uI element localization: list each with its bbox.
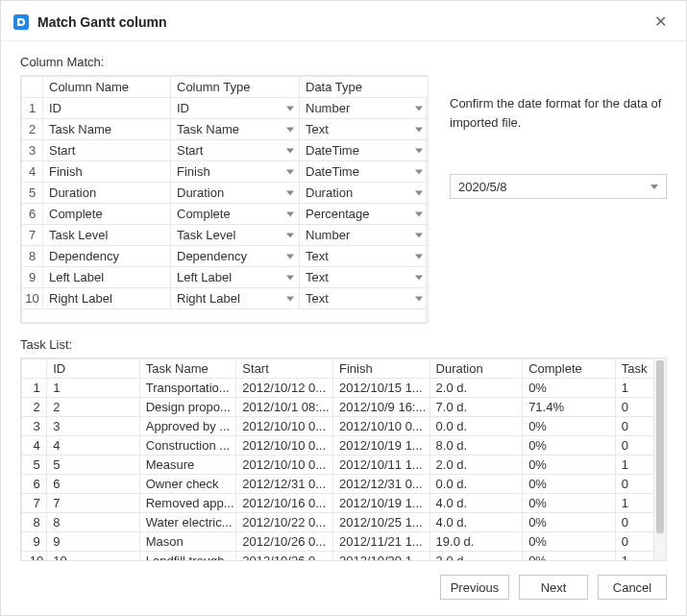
column-match-table: Column Name Column Type Data Type 1IDIDN… xyxy=(20,75,427,324)
cell-task-name: Owner check xyxy=(139,475,236,494)
cell-data-type-dropdown[interactable]: Text xyxy=(300,267,429,288)
close-icon[interactable]: ✕ xyxy=(649,11,673,33)
cell-complete: 0% xyxy=(523,532,616,552)
confirm-date-text: Confirm the date format for the data of … xyxy=(450,94,667,132)
cell-task: 0 xyxy=(615,436,653,456)
previous-button[interactable]: Previous xyxy=(440,575,509,600)
cell-data-type-dropdown[interactable]: DateTime xyxy=(300,161,429,183)
cell-complete: 0% xyxy=(523,436,616,456)
tl-header-start: Start xyxy=(236,359,333,379)
row-number: 8 xyxy=(22,513,47,532)
tasklist-row: 99Mason2012/10/26 0...2012/11/21 1...19.… xyxy=(22,532,654,552)
next-button[interactable]: Next xyxy=(519,575,588,600)
chevron-down-icon xyxy=(415,127,423,132)
cell-column-name: Left Label xyxy=(43,267,171,288)
cell-column-type-dropdown[interactable]: Start xyxy=(171,140,300,161)
tl-header-id: ID xyxy=(47,359,140,379)
cell-start: 2012/10/10 0... xyxy=(236,417,333,436)
cell-column-type-dropdown[interactable]: Left Label xyxy=(171,267,300,288)
cell-column-type-dropdown[interactable]: Task Name xyxy=(171,119,300,140)
cell-start: 2012/10/10 0... xyxy=(236,436,333,456)
cell-column-type-dropdown[interactable]: Right Label xyxy=(171,288,300,309)
cell-column-name: Complete xyxy=(43,204,171,225)
cell-data-type-dropdown[interactable]: Number xyxy=(300,98,429,119)
cell-data-type-dropdown[interactable]: Percentage xyxy=(300,204,429,225)
chevron-down-icon xyxy=(286,254,294,259)
vertical-scrollbar[interactable] xyxy=(654,358,666,560)
cell-duration: 3.0 d. xyxy=(429,552,523,562)
row-number: 3 xyxy=(22,140,43,161)
cell-data-type-dropdown[interactable]: DateTime xyxy=(300,140,429,161)
dialog-title: Match Gantt column xyxy=(37,14,649,30)
cell-start: 2012/10/26 0... xyxy=(236,532,333,552)
cell-complete: 0% xyxy=(523,494,616,513)
cell-column-type-dropdown[interactable]: Dependency xyxy=(171,246,300,267)
cell-id: 1 xyxy=(47,379,140,398)
match-row: 5DurationDurationDuration xyxy=(22,183,429,204)
cell-data-type-dropdown[interactable]: Text xyxy=(300,288,429,309)
cell-finish: 2012/10/15 1... xyxy=(332,379,429,398)
app-icon xyxy=(12,13,30,31)
cell-finish: 2012/10/9 16:... xyxy=(332,398,429,417)
cell-task: 0 xyxy=(615,417,653,436)
match-header-colname: Column Name xyxy=(43,77,171,98)
cell-data-type-dropdown[interactable]: Text xyxy=(300,246,429,267)
cell-column-type-dropdown[interactable]: ID xyxy=(171,98,300,119)
chevron-down-icon xyxy=(415,148,423,153)
cell-column-type-dropdown[interactable]: Duration xyxy=(171,183,300,204)
tl-header-taskname: Task Name xyxy=(139,359,236,379)
tasklist-row: 44Construction ...2012/10/10 0...2012/10… xyxy=(22,436,654,456)
cell-start: 2012/10/1 08:... xyxy=(236,398,333,417)
cell-data-type-dropdown[interactable]: Duration xyxy=(300,183,429,204)
chevron-down-icon xyxy=(286,211,294,216)
row-number: 1 xyxy=(22,98,43,119)
scrollbar-thumb[interactable] xyxy=(656,360,664,533)
row-number: 2 xyxy=(22,398,47,417)
cell-id: 3 xyxy=(47,417,140,436)
tasklist-row: 22Design propo...2012/10/1 08:...2012/10… xyxy=(22,398,654,417)
cell-finish: 2012/12/31 0... xyxy=(332,475,429,494)
match-row: 6CompleteCompletePercentage xyxy=(22,204,429,225)
match-row: 4FinishFinishDateTime xyxy=(22,161,429,183)
cell-data-type-dropdown[interactable]: Text xyxy=(300,119,429,140)
cancel-button[interactable]: Cancel xyxy=(598,575,667,600)
cell-column-name: Duration xyxy=(43,183,171,204)
cell-column-type-dropdown[interactable]: Finish xyxy=(171,161,300,183)
chevron-down-icon xyxy=(286,169,294,174)
chevron-down-icon xyxy=(415,106,423,111)
task-list-table-wrap: ID Task Name Start Finish Duration Compl… xyxy=(20,357,667,561)
tl-header-blank xyxy=(22,359,47,379)
cell-duration: 0.0 d. xyxy=(429,417,523,436)
cell-id: 9 xyxy=(47,532,140,552)
chevron-down-icon xyxy=(286,106,294,111)
tl-header-complete: Complete xyxy=(523,359,616,379)
cell-task-name: Mason xyxy=(139,532,236,552)
row-number: 4 xyxy=(22,436,47,456)
side-panel: Confirm the date format for the data of … xyxy=(450,75,667,199)
tasklist-row: 88Water electric...2012/10/22 0...2012/1… xyxy=(22,513,654,532)
cell-column-type-dropdown[interactable]: Complete xyxy=(171,204,300,225)
tasklist-row: 33Approved by ...2012/10/10 0...2012/10/… xyxy=(22,417,654,436)
cell-column-type-dropdown[interactable]: Task Level xyxy=(171,225,300,246)
match-row: 3StartStartDateTime xyxy=(22,140,429,161)
match-row: 10Right LabelRight LabelText xyxy=(22,288,429,309)
cell-id: 4 xyxy=(47,436,140,456)
cell-task: 0 xyxy=(615,398,653,417)
chevron-down-icon xyxy=(286,275,294,280)
cell-id: 6 xyxy=(47,475,140,494)
date-format-dropdown[interactable]: 2020/5/8 xyxy=(450,174,667,199)
row-number: 5 xyxy=(22,456,47,475)
label-task-list: Task List: xyxy=(20,337,667,352)
cell-column-name: Dependency xyxy=(43,246,171,267)
tasklist-row: 55Measure2012/10/10 0...2012/10/11 1...2… xyxy=(22,456,654,475)
chevron-down-icon xyxy=(286,127,294,132)
cell-task-name: Approved by ... xyxy=(139,417,236,436)
row-number: 6 xyxy=(22,204,43,225)
chevron-down-icon xyxy=(650,185,658,189)
cell-data-type-dropdown[interactable]: Number xyxy=(300,225,429,246)
tasklist-header-row: ID Task Name Start Finish Duration Compl… xyxy=(22,359,654,379)
cell-finish: 2012/10/25 1... xyxy=(332,513,429,532)
cell-id: 7 xyxy=(47,494,140,513)
dialog-buttons: Previous Next Cancel xyxy=(1,561,686,615)
chevron-down-icon xyxy=(415,296,423,301)
